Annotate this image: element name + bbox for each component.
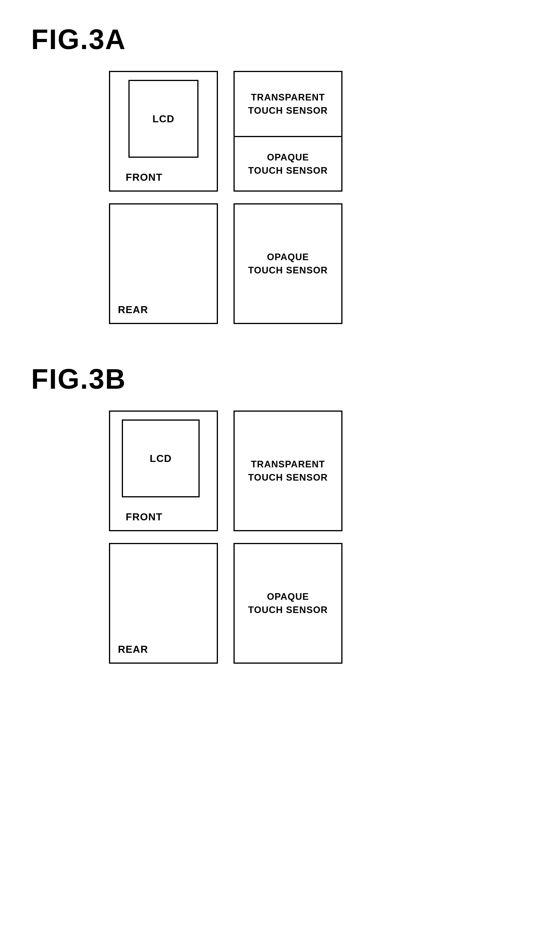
fig3a-right-col1: TRANSPARENTTOUCH SENSOR OPAQUETOUCH SENS… <box>233 71 342 192</box>
fig3a-opaque-sensor-large: OPAQUETOUCH SENSOR <box>233 203 342 324</box>
fig3a-opaque-sensor-small: OPAQUETOUCH SENSOR <box>233 137 342 192</box>
fig3b-opaque-sensor-large: OPAQUETOUCH SENSOR <box>233 543 342 664</box>
fig3b-lcd-label: LCD <box>150 453 172 465</box>
fig3b-front-label: FRONT <box>126 511 163 523</box>
fig3b-content: LCD FRONT TRANSPARENTTOUCH SENSOR REAR O… <box>109 411 342 664</box>
fig3a-lcd-label: LCD <box>153 113 174 125</box>
fig3a-front-panel: LCD FRONT <box>109 71 218 192</box>
fig3a-lcd-inner-box: LCD <box>128 80 198 158</box>
fig3a-row1: LCD FRONT TRANSPARENTTOUCH SENSOR OPAQUE… <box>109 71 342 192</box>
fig3b-opaque-large-label: OPAQUETOUCH SENSOR <box>248 590 328 616</box>
fig3b-transparent-label: TRANSPARENTTOUCH SENSOR <box>248 458 328 484</box>
fig3a-transparent-sensor: TRANSPARENTTOUCH SENSOR <box>233 71 342 137</box>
fig3b-row2: REAR OPAQUETOUCH SENSOR <box>109 543 342 664</box>
fig3b-front-panel: LCD FRONT <box>109 411 218 531</box>
fig3b-lcd-inner-box: LCD <box>122 419 200 497</box>
fig3b-rear-label: REAR <box>118 643 148 655</box>
fig3a-opaque-large-label: OPAQUETOUCH SENSOR <box>248 250 328 277</box>
fig3a-row2: REAR OPAQUETOUCH SENSOR <box>109 203 342 324</box>
fig3b-rear-panel: REAR <box>109 543 218 664</box>
fig3b-row1: LCD FRONT TRANSPARENTTOUCH SENSOR <box>109 411 342 531</box>
fig3a-front-label: FRONT <box>126 171 163 183</box>
fig3a-content: LCD FRONT TRANSPARENTTOUCH SENSOR OPAQUE… <box>109 71 342 324</box>
page-container: FIG.3A LCD FRONT TRANSPARENTTOUCH SENSOR… <box>0 23 560 695</box>
fig3a-opaque-small-label: OPAQUETOUCH SENSOR <box>248 151 328 177</box>
fig3b-transparent-sensor: TRANSPARENTTOUCH SENSOR <box>233 411 342 531</box>
fig3a-transparent-label: TRANSPARENTTOUCH SENSOR <box>248 91 328 117</box>
fig3a-rear-label: REAR <box>118 304 148 316</box>
fig3a-rear-panel: REAR <box>109 203 218 324</box>
fig3a-label: FIG.3A <box>31 23 126 55</box>
fig3b-label: FIG.3B <box>31 363 126 395</box>
